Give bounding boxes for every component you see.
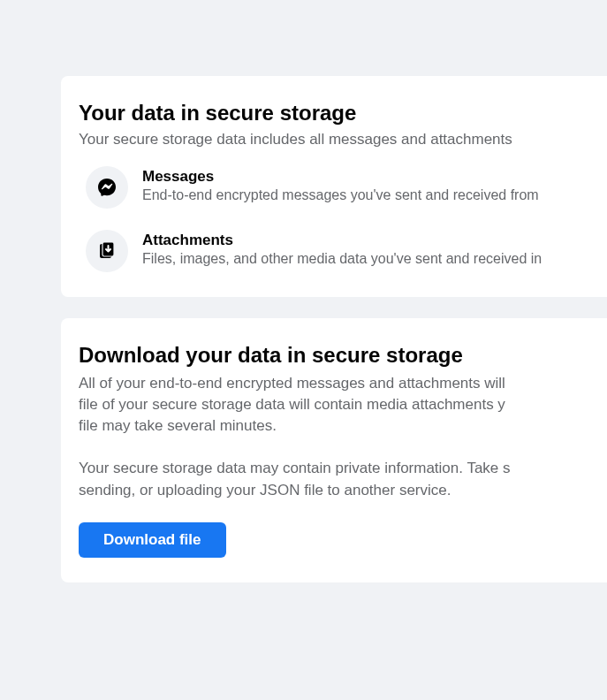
download-title: Download your data in secure storage: [79, 343, 607, 368]
download-text-line: sending, or uploading your JSON file to …: [79, 482, 451, 498]
item-desc: End-to-end encrypted messages you've sen…: [142, 187, 607, 203]
download-text-line: file of your secure storage data will co…: [79, 396, 505, 413]
download-body: All of your end-to-end encrypted message…: [79, 373, 607, 501]
item-title: Messages: [142, 168, 607, 186]
download-file-button[interactable]: Download file: [79, 522, 226, 558]
list-item-messages: Messages End-to-end encrypted messages y…: [79, 166, 607, 209]
card-subtitle: Your secure storage data includes all me…: [79, 131, 607, 148]
item-desc: Files, images, and other media data you'…: [142, 251, 607, 267]
attachments-icon: [86, 230, 128, 272]
item-title: Attachments: [142, 232, 607, 249]
card-title: Your data in secure storage: [79, 101, 607, 126]
download-card: Download your data in secure storage All…: [61, 318, 607, 582]
messenger-icon: [86, 166, 128, 209]
secure-storage-card: Your data in secure storage Your secure …: [61, 76, 607, 297]
list-item-attachments: Attachments Files, images, and other med…: [79, 230, 607, 272]
download-text-line: All of your end-to-end encrypted message…: [79, 375, 505, 392]
download-text-line: file may take several minutes.: [79, 417, 277, 434]
download-text-line: Your secure storage data may contain pri…: [79, 460, 511, 476]
